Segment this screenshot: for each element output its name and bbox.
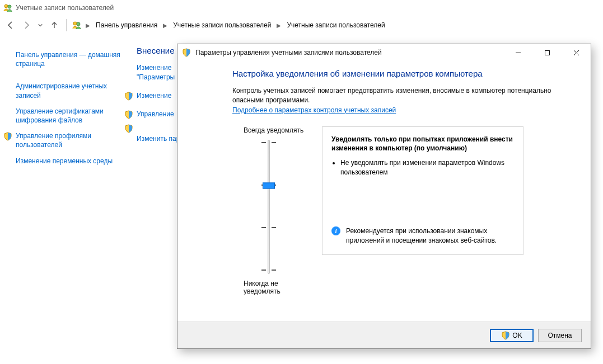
close-button[interactable] [564,45,588,60]
breadcrumb-level1[interactable]: Учетные записи пользователей [171,20,273,30]
history-dropdown[interactable] [36,22,45,28]
minimize-button[interactable] [506,45,530,60]
sidebar-profiles-link[interactable]: Управление профилями пользователей [16,131,121,149]
learn-more-link[interactable]: Подробнее о параметрах контроля учетных … [232,106,396,114]
ok-label: OK [512,332,522,339]
slider-tick [261,142,276,143]
slider-bottom-label: Никогда не уведомлять [244,280,305,295]
svg-point-1 [8,5,11,8]
info-title: Уведомлять только при попытках приложени… [331,135,514,153]
link-label: Управление [137,110,174,119]
window-title: Учетные записи пользователей [16,4,114,12]
slider-thumb[interactable] [263,182,275,188]
sidebar: Панель управления — домашняя страница Ад… [0,35,123,174]
nav-row: ▶ Панель управления ▶ Учетные записи пол… [0,16,603,35]
cancel-button[interactable]: Отмена [538,329,582,342]
sidebar-home-link[interactable]: Панель управления — домашняя страница [16,50,121,68]
sidebar-item-label: Управление профилями пользователей [16,132,91,149]
ok-button[interactable]: OK [490,329,534,342]
chevron-right-icon[interactable]: ▶ [162,22,169,29]
link-label: "Параметры [137,73,175,81]
dialog-description: Контроль учетных записей помогает предот… [232,86,575,105]
dialog-title: Параметры управления учетными записями п… [195,49,501,56]
shield-icon [501,331,510,340]
sidebar-admin-link[interactable]: Администрирование учетных записей [16,82,121,100]
slider-tick [261,227,276,228]
up-button[interactable] [48,19,60,31]
link-label: Изменение [137,64,171,72]
sidebar-env-link[interactable]: Изменение переменных среды [16,157,121,166]
shield-icon [3,132,12,141]
svg-point-3 [77,22,80,26]
slider-tick [261,270,276,271]
window-titlebar: Учетные записи пользователей [0,0,603,16]
maximize-button[interactable] [535,45,559,60]
slider-top-label: Всегда уведомлять [244,126,305,134]
info-recommendation: Рекомендуется при использовании знакомых… [346,226,514,245]
users-icon [72,21,81,30]
svg-point-0 [4,4,8,8]
link-label: Изменение [137,91,171,101]
cancel-label: Отмена [548,332,572,339]
svg-rect-4 [545,50,549,55]
separator [66,19,67,31]
dialog-heading: Настройка уведомления об изменении парам… [232,69,575,78]
uac-info-box: Уведомлять только при попытках приложени… [322,126,523,255]
shield-icon [182,48,191,57]
chevron-right-icon[interactable]: ▶ [275,22,282,29]
shield-icon [124,92,133,101]
shield-icon [124,124,133,133]
dialog-titlebar: Параметры управления учетными записями п… [177,44,591,61]
back-button[interactable] [4,19,17,31]
uac-dialog: Параметры управления учетными записями п… [177,44,591,349]
info-icon: i [331,226,340,235]
breadcrumb-root[interactable]: Панель управления [94,20,160,30]
shield-icon [124,110,133,119]
breadcrumb-level2[interactable]: Учетные записи пользователей [284,20,387,30]
dialog-footer: OK Отмена [177,322,591,348]
info-bullet: Не уведомлять при изменении параметров W… [340,158,514,177]
svg-point-2 [73,22,77,25]
chevron-right-icon[interactable]: ▶ [85,22,91,29]
uac-slider[interactable] [232,140,305,274]
breadcrumb: ▶ Панель управления ▶ Учетные записи пол… [85,20,387,30]
sidebar-certs-link[interactable]: Управление сертификатами шифрования файл… [16,107,121,125]
forward-button[interactable] [20,19,32,31]
users-icon [3,3,12,12]
info-bullets: Не уведомлять при изменении параметров W… [331,158,514,177]
